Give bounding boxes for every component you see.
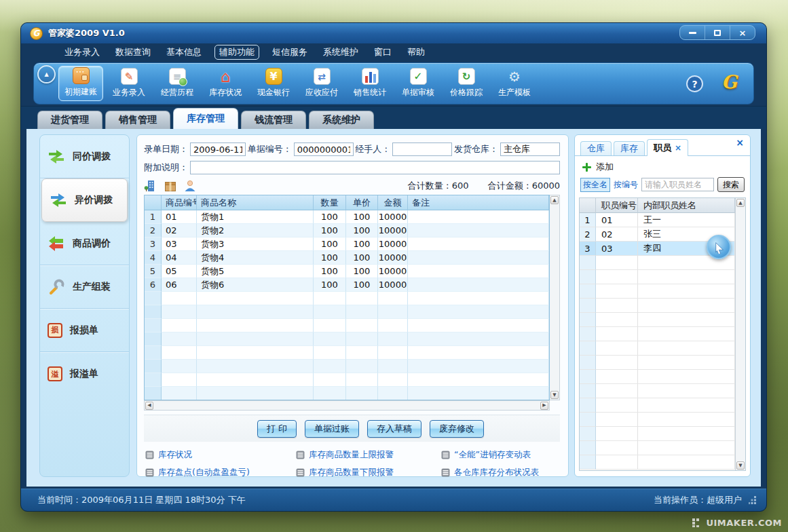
bar-chart-icon — [362, 68, 379, 85]
cursor-icon — [707, 235, 731, 259]
wrench-icon — [48, 278, 65, 296]
table-empty-row — [145, 360, 549, 373]
menu-item[interactable]: 系统维护 — [320, 45, 361, 60]
minimize-button[interactable] — [680, 26, 705, 39]
building-icon[interactable] — [144, 179, 157, 193]
col-header: 金额 — [378, 195, 408, 210]
grid-toolbar: 合计数量：600 合计金额：60000 — [144, 178, 560, 193]
toolbar-item-voucher-audit[interactable]: 单据审核 — [396, 66, 440, 101]
action-button[interactable]: 打 印 — [257, 420, 297, 438]
toolbar-item-cash-bank[interactable]: 现金银行 — [251, 66, 296, 101]
note-input[interactable] — [190, 161, 560, 174]
table-row[interactable]: 303货物3 10010010000 — [145, 238, 549, 251]
tab-close-icon[interactable]: × — [675, 143, 681, 153]
col-header: 单价 — [346, 195, 378, 210]
scroll-down-icon[interactable]: ▼ — [550, 391, 559, 399]
sidebar-item-production-assembly[interactable]: 生产组装 — [40, 265, 129, 309]
menu-item[interactable]: 基本信息 — [164, 45, 204, 60]
module-tab[interactable]: 库存管理 — [173, 108, 238, 129]
toolbar-item-label: 初期建账 — [64, 86, 97, 98]
package-icon[interactable] — [164, 179, 177, 193]
toolbar-item-operation-history[interactable]: 经营历程 — [155, 66, 200, 101]
toolbar-item-sales-stats[interactable]: 销售统计 — [348, 66, 392, 101]
table-empty-row — [580, 441, 735, 455]
tab-inventory[interactable]: 库存 — [614, 141, 645, 155]
scroll-up-icon[interactable]: ▲ — [550, 196, 559, 204]
module-tab[interactable]: 进货管理 — [37, 111, 102, 129]
scroll-left-icon[interactable]: ◀ — [145, 402, 153, 410]
horizontal-scrollbar[interactable]: ◀ ▶ — [144, 400, 550, 411]
table-row[interactable]: 606货物6 10010010000 — [145, 278, 549, 292]
action-button[interactable]: 存入草稿 — [367, 420, 421, 438]
tab-staff[interactable]: 职员 × — [647, 139, 688, 156]
report-icon — [145, 468, 154, 477]
menu-item[interactable]: 数据查询 — [113, 45, 153, 60]
quick-link[interactable]: 库存商品数量上限报警 — [296, 449, 441, 461]
tab-warehouse[interactable]: 仓库 — [580, 141, 612, 155]
maximize-button[interactable] — [705, 26, 730, 39]
table-empty-row — [580, 299, 735, 313]
menu-item[interactable]: 窗口 — [371, 45, 394, 60]
menu-item[interactable]: 辅助功能 — [214, 45, 259, 60]
price-tracking-icon — [458, 68, 475, 85]
action-button[interactable]: 单据过账 — [305, 420, 359, 438]
warehouse-input[interactable] — [500, 142, 560, 156]
date-input[interactable] — [190, 142, 246, 156]
quick-link[interactable]: 库存状况 — [145, 449, 296, 461]
scroll-right-icon[interactable]: ▶ — [540, 402, 548, 410]
quick-link[interactable]: “全能”进销存变动表 — [441, 449, 560, 461]
menu-item[interactable]: 帮助 — [405, 45, 428, 60]
total-qty-label: 合计数量： — [408, 180, 452, 191]
handler-input[interactable] — [392, 142, 452, 156]
sidebar-item-overflow-report[interactable]: 溢 报溢单 — [40, 352, 129, 396]
toolbar-item-initial-setup[interactable]: 初期建账 — [58, 66, 103, 101]
table-row[interactable]: 505货物5 10010010000 — [145, 265, 549, 278]
toolbar-item-label: 销售统计 — [354, 87, 386, 98]
search-button[interactable]: 搜索 — [717, 177, 745, 192]
sidebar-item-diff-price-transfer[interactable]: 异价调拨 — [41, 178, 128, 222]
transfer-document-icon — [314, 68, 331, 85]
resize-grip-icon[interactable] — [749, 496, 757, 504]
quick-link[interactable]: 库存商品数量下限报警 — [296, 467, 441, 478]
table-row[interactable]: 101货物1 10010010000 — [145, 210, 549, 224]
sidebar-item-loss-report[interactable]: 损 报损单 — [40, 309, 129, 352]
filter-by-name[interactable]: 按全名 — [580, 178, 610, 192]
quick-link[interactable]: 库存盘点(自动盘盈盘亏) — [145, 467, 296, 478]
vertical-scrollbar[interactable]: ▲ ▼ — [550, 195, 560, 400]
row-number-header — [580, 198, 596, 213]
add-button[interactable]: 添加 — [582, 161, 614, 173]
sidebar-item-price-adjust[interactable]: 商品调价 — [40, 222, 129, 265]
toolbar-item-label: 现金银行 — [257, 87, 290, 98]
filter-by-code[interactable]: 按编号 — [614, 179, 638, 191]
menu-item[interactable]: 业务录入 — [62, 45, 102, 60]
toolbar-item-production-template[interactable]: 生产模板 — [492, 66, 537, 101]
module-tab[interactable]: 销售管理 — [105, 111, 170, 129]
toolbar-item-receivable-payable[interactable]: 应收应付 — [299, 66, 344, 101]
collapse-toolbar-button[interactable]: ▲ — [37, 65, 56, 83]
toolbar-item-business-entry[interactable]: 业务录入 — [107, 66, 151, 101]
action-button[interactable]: 废弃修改 — [430, 420, 484, 438]
staff-row[interactable]: 101王一 — [580, 213, 735, 227]
module-tab[interactable]: 钱流管理 — [241, 111, 306, 129]
quick-link[interactable]: 各仓库库存分布状况表 — [441, 467, 560, 478]
help-button[interactable]: ? — [686, 75, 703, 92]
maximize-icon — [714, 30, 721, 36]
scroll-up-icon[interactable]: ▲ — [736, 199, 745, 207]
menu-item[interactable]: 短信服务 — [269, 45, 310, 60]
table-row[interactable]: 202货物2 10010010000 — [145, 224, 549, 238]
toolbar-item-price-tracking[interactable]: 价格跟踪 — [444, 66, 489, 101]
scroll-down-icon[interactable]: ▼ — [736, 461, 745, 470]
module-tab[interactable]: 系统维护 — [309, 111, 374, 129]
person-icon[interactable] — [183, 179, 197, 193]
staff-search-input[interactable] — [641, 178, 714, 191]
warehouse-label: 发货仓库： — [454, 143, 498, 155]
items-grid: 商品编号 商品名称 数量 单价 金额 备注 101货物1 10010010000 — [144, 195, 550, 400]
table-empty-row — [580, 427, 735, 441]
sidebar-item-same-price-transfer[interactable]: 同价调拨 — [40, 135, 129, 178]
table-row[interactable]: 404货物4 10010010000 — [145, 251, 549, 265]
toolbar-item-inventory-status[interactable]: 库存状况 — [203, 66, 248, 101]
vertical-scrollbar[interactable]: ▲ ▼ — [735, 198, 745, 470]
toolbar-items: 初期建账 业务录入 经营历程 库存状况 现金银行 应收应付 — [58, 66, 537, 101]
doc-no-input[interactable] — [294, 142, 354, 156]
close-button[interactable]: × — [730, 26, 755, 39]
